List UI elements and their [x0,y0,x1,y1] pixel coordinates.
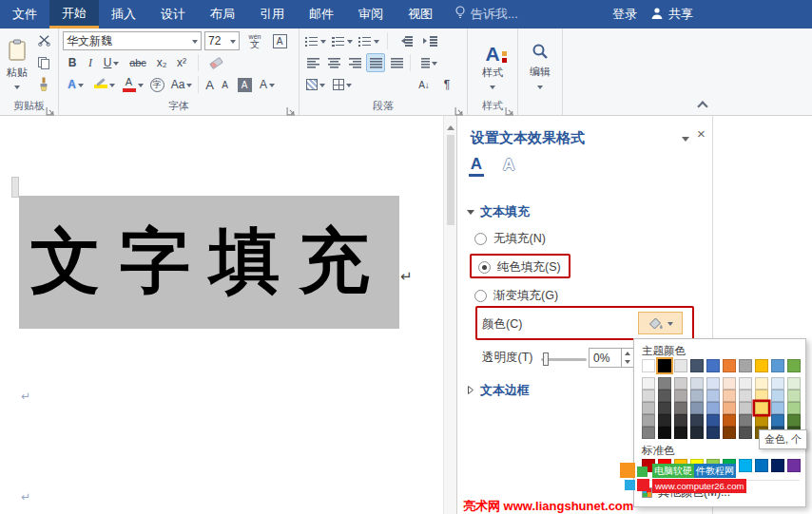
align-center-button[interactable] [324,53,343,72]
color-swatch[interactable] [755,390,768,402]
format-painter-button[interactable] [34,76,53,95]
transparency-slider-thumb[interactable] [543,352,549,366]
color-swatch[interactable] [690,390,704,402]
color-swatch[interactable] [658,359,671,372]
color-swatch[interactable] [658,414,671,427]
color-swatch[interactable] [771,390,784,402]
color-swatch[interactable] [674,359,687,372]
bullets-button[interactable] [303,31,328,50]
color-swatch[interactable] [723,427,736,439]
color-swatch[interactable] [642,359,655,372]
radio-icon[interactable] [474,233,487,245]
color-swatch[interactable] [690,427,704,439]
color-swatch[interactable] [642,427,655,439]
styles-dialog-launcher[interactable] [505,103,514,112]
tab-home[interactable]: 开始 [49,0,99,29]
color-swatch[interactable] [787,377,801,390]
color-swatch[interactable] [771,402,784,414]
color-swatch[interactable] [690,414,704,427]
tab-references[interactable]: 引用 [247,0,297,29]
color-swatch[interactable] [706,377,720,390]
color-swatch[interactable] [771,459,784,472]
color-swatch[interactable] [723,359,736,372]
tab-mailings[interactable]: 邮件 [297,0,346,29]
color-swatch[interactable] [723,402,736,414]
document-scrollbar[interactable] [443,116,456,514]
line-spacing-button[interactable] [416,53,442,72]
color-swatch[interactable] [642,377,655,390]
grow-font-button[interactable]: A [202,75,218,94]
subscript-button[interactable]: x₂ [152,53,171,72]
cut-button[interactable] [34,32,53,51]
align-right-button[interactable] [345,53,364,72]
color-swatch[interactable] [690,402,704,414]
share-button[interactable]: 共享 [650,6,693,23]
color-swatch[interactable] [755,414,768,427]
color-swatch[interactable] [658,427,671,439]
color-swatch[interactable] [771,359,784,372]
color-swatch[interactable] [739,377,752,390]
color-swatch[interactable] [739,427,752,439]
styles-button[interactable]: A 样式 [472,31,513,104]
color-swatch[interactable] [787,402,801,414]
tab-layout[interactable]: 布局 [198,0,247,29]
color-swatch[interactable] [739,414,752,427]
color-swatch[interactable] [658,377,671,390]
document-text[interactable]: 文字填充 [19,215,388,310]
color-swatch[interactable] [706,427,720,439]
no-fill-option[interactable]: 无填充(N) [474,231,546,247]
text-effects-button[interactable]: A [63,75,88,94]
collapse-ribbon-icon[interactable] [697,101,707,111]
color-swatch[interactable] [739,402,752,414]
color-swatch[interactable] [690,359,704,372]
shading-button[interactable] [303,75,328,94]
spin-up-icon[interactable] [622,349,633,358]
color-swatch[interactable] [755,459,768,472]
tab-view[interactable]: 视图 [396,0,445,29]
color-swatch[interactable] [706,414,720,427]
pane-close-button[interactable]: × [697,125,706,142]
character-border-button[interactable]: A [269,31,290,50]
increase-indent-button[interactable] [419,31,440,50]
color-swatch[interactable] [723,390,736,402]
highlight-color-button[interactable] [90,75,118,94]
paste-button[interactable]: 粘贴 [3,30,31,101]
color-swatch[interactable] [723,377,736,390]
color-swatch[interactable] [642,414,655,427]
font-name-combo[interactable]: 华文新魏 [63,31,202,50]
gradient-fill-option[interactable]: 渐变填充(G) [474,288,558,304]
color-swatch[interactable] [674,390,687,402]
selected-text-highlight[interactable]: 文字填充 [19,196,399,329]
sign-in-button[interactable]: 登录 [612,6,637,23]
color-swatch[interactable] [787,359,801,372]
color-swatch[interactable] [706,390,720,402]
change-case-button[interactable]: Aa [167,75,196,94]
document-area[interactable]: 文字填充 ↵ ↵ ↵ [0,116,443,514]
underline-button[interactable]: U [99,53,124,72]
color-swatch[interactable] [642,402,655,414]
color-swatch[interactable] [755,377,768,390]
tab-design[interactable]: 设计 [148,0,198,29]
color-swatch[interactable] [787,459,801,472]
font-color-button[interactable]: A [120,75,145,94]
text-fill-section-header[interactable]: 文本填充 [467,203,530,220]
spinner-buttons[interactable] [621,349,633,367]
color-swatch[interactable] [755,402,768,414]
tell-me-box[interactable]: 告诉我... [454,0,518,29]
character-shading-button[interactable]: A [235,75,254,94]
color-swatch[interactable] [771,377,784,390]
color-swatch[interactable] [771,414,784,427]
color-swatch[interactable] [723,414,736,427]
borders-button[interactable] [330,75,355,94]
copy-button[interactable] [34,54,53,73]
strikethrough-button[interactable]: abc [126,53,150,72]
text-effects-tab[interactable]: A [503,156,514,175]
superscript-button[interactable]: x² [172,53,191,72]
shrink-font-button[interactable]: A [218,75,232,94]
radio-icon[interactable] [474,290,487,302]
scrollbar-thumb[interactable] [447,135,454,225]
color-swatch[interactable] [674,427,687,439]
tab-file[interactable]: 文件 [0,0,49,29]
asian-layout-button[interactable]: A [255,75,280,94]
enclose-characters-button[interactable]: 字 [147,75,166,94]
